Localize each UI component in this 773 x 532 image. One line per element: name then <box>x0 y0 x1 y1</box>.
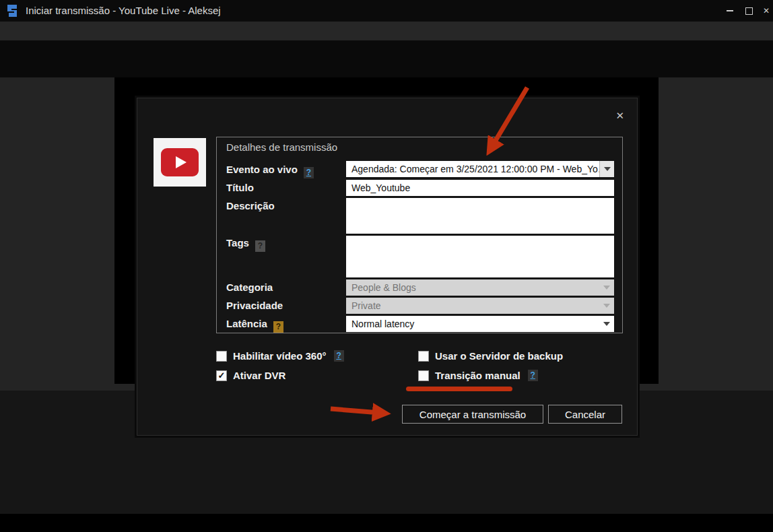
title-label: Título <box>226 182 254 193</box>
minimize-button[interactable] <box>720 0 739 22</box>
live-event-label: Evento ao vivo? <box>226 164 314 178</box>
minimize-icon <box>727 10 733 11</box>
stream-details-dialog: ✕ Detalhes de transmissão Evento ao vivo… <box>135 96 640 438</box>
select-caret-icon <box>599 279 614 296</box>
latency-label: Latência? <box>226 318 283 333</box>
checkbox-unchecked[interactable] <box>418 370 429 381</box>
status-bar: FPS: 30 / 30 CPU (i3-4150): 19% / 13% / … <box>0 514 773 532</box>
checkbox-label: Usar o Servidor de backup <box>435 350 563 362</box>
help-icon[interactable]: ? <box>304 167 314 178</box>
select-caret-icon[interactable] <box>599 316 614 332</box>
help-icon[interactable]: ? <box>334 350 344 362</box>
select-caret-icon[interactable] <box>599 161 614 177</box>
window-title: Iniciar transmissão - YouTube Live - Ale… <box>26 5 221 16</box>
close-icon: ✕ <box>763 6 770 15</box>
checkbox-label: Transição manual <box>435 370 520 381</box>
start-stream-button[interactable]: Começar a transmissão <box>402 405 543 424</box>
app-logo-icon <box>5 4 20 18</box>
checkbox-unchecked[interactable] <box>418 351 429 362</box>
help-icon[interactable]: ? <box>273 321 283 333</box>
app-window: Iniciar transmissão - YouTube Live - Ale… <box>0 0 773 532</box>
title-bar: Iniciar transmissão - YouTube Live - Ale… <box>0 0 773 22</box>
annotation-underline <box>406 387 512 391</box>
privacy-select: Private <box>346 298 614 314</box>
enable-dvr-checkbox-row[interactable]: ✓ Ativar DVR <box>216 370 285 381</box>
manual-transition-checkbox-row[interactable]: Transição manual ? <box>418 370 538 381</box>
help-icon[interactable]: ? <box>528 370 538 381</box>
youtube-play-icon <box>161 148 199 176</box>
cancel-button[interactable]: Cancelar <box>548 405 622 424</box>
close-window-button[interactable]: ✕ <box>757 0 773 22</box>
youtube-logo <box>154 138 206 187</box>
menu-bar: Arquivo Transmissão Gravar Reproduzir Ex… <box>0 22 773 40</box>
dialog-close-button[interactable]: ✕ <box>615 110 624 122</box>
privacy-label: Privacidade <box>226 300 283 311</box>
action-bar: Transmissão Gravar <box>0 40 773 77</box>
checkbox-unchecked[interactable] <box>216 351 227 362</box>
category-select: People & Blogs <box>346 279 614 296</box>
description-label: Descrição <box>226 200 275 211</box>
latency-select[interactable]: Normal latency <box>346 316 614 332</box>
tags-label: Tags? <box>226 237 265 252</box>
tags-textarea[interactable] <box>346 236 614 277</box>
enable-360-checkbox-row[interactable]: Habilitar vídeo 360° ? <box>216 350 344 362</box>
maximize-icon <box>745 7 753 15</box>
checkbox-checked[interactable]: ✓ <box>216 370 227 381</box>
help-icon[interactable]: ? <box>255 240 265 252</box>
checkbox-label: Ativar DVR <box>233 370 285 381</box>
maximize-button[interactable] <box>739 0 758 22</box>
group-title: Detalhes de transmissão <box>226 141 337 153</box>
select-caret-icon <box>599 298 614 314</box>
description-textarea[interactable] <box>346 198 614 234</box>
checkbox-label: Habilitar vídeo 360° <box>233 350 327 362</box>
category-label: Categoria <box>226 281 273 293</box>
stream-details-group: Detalhes de transmissão Evento ao vivo? … <box>216 137 623 333</box>
backup-server-checkbox-row[interactable]: Usar o Servidor de backup <box>418 350 563 362</box>
title-input[interactable] <box>346 180 614 196</box>
live-event-select[interactable]: Agendada: Começar em 3/25/2021 12:00:00 … <box>346 161 614 177</box>
